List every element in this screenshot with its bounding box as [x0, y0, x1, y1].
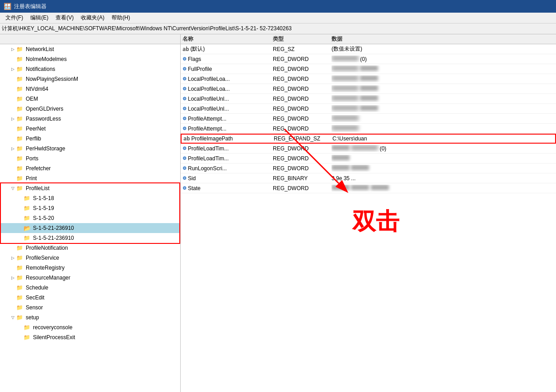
- reg-name: ⚙ ProfileLoadTim...: [182, 145, 273, 152]
- reg-type: REG_DWORD: [273, 106, 332, 112]
- registry-row-state[interactable]: ⚙ State REG_DWORD: [181, 183, 556, 193]
- tree-item[interactable]: ▷ 📁 NetworkList: [0, 44, 180, 54]
- folder-icon: 📁: [23, 334, 32, 341]
- tree-item[interactable]: 📁 NoImeModelmes: [0, 54, 180, 64]
- menu-favorites[interactable]: 收藏夹(A): [77, 13, 108, 23]
- reg-name: ⚙ LocalProfileLoa...: [182, 86, 273, 92]
- menu-help[interactable]: 帮助(H): [108, 13, 134, 23]
- registry-row-default[interactable]: ab (默认) REG_SZ (数值未设置): [181, 44, 556, 54]
- tree-label: PasswordLess: [26, 116, 61, 122]
- tree-label: ProfileNotification: [26, 245, 68, 251]
- tree-label: setup: [26, 314, 39, 321]
- tree-item[interactable]: ▷ 📁 PerHwldStorage: [0, 144, 180, 154]
- folder-icon: 📁: [23, 195, 32, 201]
- tree-label: S-1-5-21-236910: [33, 225, 74, 231]
- tree-item-secedit[interactable]: 📁 SecEdit: [0, 293, 180, 303]
- reg-data: [332, 165, 554, 172]
- tree-item-recoveryconsole[interactable]: 📁 recoveryconsole: [0, 322, 180, 332]
- registry-row-lplu2[interactable]: ⚙ LocalProfileUnl... REG_DWORD: [181, 104, 556, 114]
- folder-icon: 📁: [16, 304, 24, 311]
- tree-item-s1519[interactable]: 📁 S-1-5-19: [0, 203, 180, 213]
- tree-item[interactable]: ▷ 📁 PasswordLess: [0, 114, 180, 124]
- expand-icon: [16, 334, 23, 341]
- tree-item-setup[interactable]: ▽ 📁 setup: [0, 313, 180, 322]
- folder-icon: 📁: [16, 294, 24, 301]
- tree-item-profileservice[interactable]: ▷ 📁 ProfileService: [0, 253, 180, 263]
- expand-icon: [9, 304, 16, 311]
- reg-name: ⚙ ProfileAttempt...: [182, 126, 273, 132]
- registry-row-profileimagepath[interactable]: ab ProfileImagePath REG_EXPAND_SZ C:\Use…: [181, 134, 556, 144]
- tree-item[interactable]: 📁 Prefetcher: [0, 163, 180, 173]
- registry-row-lplu1[interactable]: ⚙ LocalProfileUnl... REG_DWORD: [181, 94, 556, 104]
- reg-name: ab (默认): [182, 45, 273, 53]
- tree-label: PerHwldStorage: [26, 145, 65, 152]
- tree-item[interactable]: 📁 PeerNet: [0, 124, 180, 134]
- reg-type: REG_SZ: [273, 46, 332, 52]
- tree-label: Schedule: [26, 285, 48, 291]
- col-type-header: 类型: [273, 35, 332, 43]
- registry-row-lpl2[interactable]: ⚙ LocalProfileLoa... REG_DWORD: [181, 84, 556, 94]
- registry-row-flags[interactable]: ⚙ Flags REG_DWORD (0): [181, 54, 556, 64]
- tree-item-remoteregistry[interactable]: 📁 RemoteRegistry: [0, 263, 180, 273]
- tree-item[interactable]: 📁 OpenGLDrivers: [0, 104, 180, 114]
- reg-type: REG_DWORD: [273, 56, 332, 62]
- registry-row-pa1[interactable]: ⚙ ProfileAttempt... REG_DWORD: [181, 114, 556, 124]
- registry-row-lpl1[interactable]: ⚙ LocalProfileLoa... REG_DWORD: [181, 74, 556, 84]
- tree-label: S-1-5-20: [33, 215, 54, 221]
- folder-icon: 📁: [16, 126, 24, 132]
- tree-label: Prefetcher: [26, 165, 51, 172]
- registry-row-rls[interactable]: ⚙ RunLogonScri... REG_DWORD: [181, 163, 556, 173]
- tree-item[interactable]: 📁 NowPlayingSessionM: [0, 74, 180, 84]
- tree-label: OpenGLDrivers: [26, 106, 63, 112]
- tree-item-schedule[interactable]: 📁 Schedule: [0, 283, 180, 293]
- reg-name: ⚙ ProfileAttempt...: [182, 116, 273, 122]
- folder-icon: 📁: [16, 275, 24, 281]
- expand-icon: [16, 234, 23, 242]
- tree-item-s1518[interactable]: 📁 S-1-5-18: [0, 193, 180, 203]
- registry-row-fullprofile[interactable]: ⚙ FullProfile REG_DWORD: [181, 64, 556, 74]
- expand-icon: [9, 165, 16, 172]
- tree-item-sensor[interactable]: 📁 Sensor: [0, 303, 180, 313]
- reg-type: REG_DWORD: [273, 165, 332, 172]
- menu-file[interactable]: 文件(F): [2, 13, 27, 23]
- menu-edit[interactable]: 编辑(E): [27, 13, 52, 23]
- tree-item[interactable]: 📁 Ports: [0, 154, 180, 163]
- tree-item-s152122[interactable]: 📁 S-1-5-21-236910: [0, 233, 180, 243]
- tree-item-silentprocessexit[interactable]: 📁 SilentProcessExit: [0, 332, 180, 342]
- reg-name: ⚙ Flags: [182, 56, 273, 62]
- expand-icon: [16, 224, 23, 232]
- expand-icon: [9, 155, 16, 162]
- tree-item[interactable]: 📁 OEM: [0, 94, 180, 104]
- reg-type: REG_DWORD: [273, 76, 332, 82]
- expand-icon: ▷: [9, 274, 16, 281]
- expand-icon: [9, 264, 16, 271]
- tree-item-s1520[interactable]: 📁 S-1-5-20: [0, 213, 180, 223]
- reg-name: ⚙ ProfileLoadTim...: [182, 155, 273, 162]
- tree-item[interactable]: 📁 Perflib: [0, 134, 180, 144]
- folder-icon: 📂: [23, 225, 32, 231]
- reg-type: REG_DWORD: [273, 96, 332, 102]
- tree-item-resourcemanager[interactable]: ▷ 📁 ResourceManager: [0, 273, 180, 283]
- reg-data: (0): [332, 145, 554, 152]
- tree-item-print[interactable]: 📁 Print: [0, 173, 180, 183]
- tree-panel[interactable]: ▷ 📁 NetworkList 📁 NoImeModelmes ▷ 📁 Noti…: [0, 34, 181, 392]
- col-data-header: 数据: [332, 35, 554, 43]
- registry-row-plt2[interactable]: ⚙ ProfileLoadTim... REG_DWORD: [181, 154, 556, 163]
- registry-row-pa2[interactable]: ⚙ ProfileAttempt... REG_DWORD: [181, 124, 556, 134]
- tree-item-notifications[interactable]: ▷ 📁 Notifications: [0, 64, 180, 74]
- tree-item-s152121-selected[interactable]: 📂 S-1-5-21-236910: [0, 223, 180, 233]
- menu-view[interactable]: 查看(V): [52, 13, 77, 23]
- reg-name: ab ProfileImagePath: [183, 135, 274, 142]
- folder-icon: 📁: [16, 255, 24, 261]
- expand-icon: [9, 85, 16, 93]
- app-icon: 🪟: [4, 3, 11, 10]
- folder-icon: 📁: [16, 245, 24, 251]
- registry-row-plt1[interactable]: ⚙ ProfileLoadTim... REG_DWORD (0): [181, 144, 556, 154]
- tree-item-profilelist[interactable]: ▽ 📁 ProfileList: [0, 183, 180, 193]
- registry-row-sid[interactable]: ⚙ Sid REG_BINARY 3 9e 35 ...: [181, 173, 556, 183]
- tree-item-profilenotification[interactable]: 📁 ProfileNotification: [0, 243, 180, 253]
- tree-label: NtVdm64: [26, 86, 48, 92]
- tree-label: Notifications: [26, 66, 55, 72]
- tree-item[interactable]: 📁 NtVdm64: [0, 84, 180, 94]
- reg-data: [332, 95, 554, 102]
